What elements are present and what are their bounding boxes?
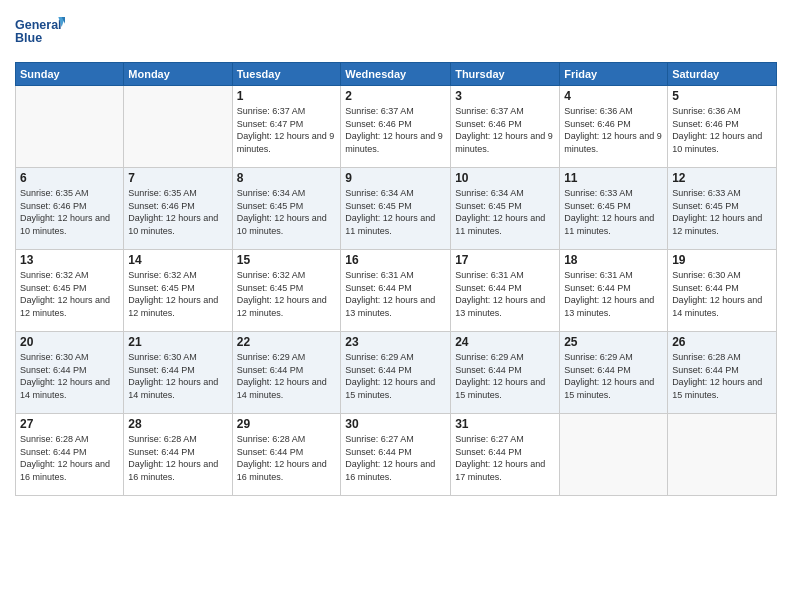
day-info: Sunrise: 6:35 AM Sunset: 6:46 PM Dayligh… bbox=[20, 187, 119, 237]
weekday-header-monday: Monday bbox=[124, 63, 232, 86]
day-number: 7 bbox=[128, 171, 227, 185]
day-number: 9 bbox=[345, 171, 446, 185]
calendar-cell bbox=[16, 86, 124, 168]
day-number: 25 bbox=[564, 335, 663, 349]
svg-text:General: General bbox=[15, 18, 62, 32]
calendar-cell: 21Sunrise: 6:30 AM Sunset: 6:44 PM Dayli… bbox=[124, 332, 232, 414]
day-info: Sunrise: 6:31 AM Sunset: 6:44 PM Dayligh… bbox=[564, 269, 663, 319]
day-number: 14 bbox=[128, 253, 227, 267]
day-info: Sunrise: 6:27 AM Sunset: 6:44 PM Dayligh… bbox=[345, 433, 446, 483]
calendar-cell: 29Sunrise: 6:28 AM Sunset: 6:44 PM Dayli… bbox=[232, 414, 341, 496]
day-number: 17 bbox=[455, 253, 555, 267]
calendar-cell: 27Sunrise: 6:28 AM Sunset: 6:44 PM Dayli… bbox=[16, 414, 124, 496]
day-number: 22 bbox=[237, 335, 337, 349]
weekday-header-thursday: Thursday bbox=[451, 63, 560, 86]
day-info: Sunrise: 6:30 AM Sunset: 6:44 PM Dayligh… bbox=[672, 269, 772, 319]
calendar-cell: 31Sunrise: 6:27 AM Sunset: 6:44 PM Dayli… bbox=[451, 414, 560, 496]
svg-text:Blue: Blue bbox=[15, 31, 42, 45]
day-info: Sunrise: 6:32 AM Sunset: 6:45 PM Dayligh… bbox=[237, 269, 337, 319]
calendar-cell: 14Sunrise: 6:32 AM Sunset: 6:45 PM Dayli… bbox=[124, 250, 232, 332]
calendar-cell: 5Sunrise: 6:36 AM Sunset: 6:46 PM Daylig… bbox=[668, 86, 777, 168]
day-number: 20 bbox=[20, 335, 119, 349]
day-number: 26 bbox=[672, 335, 772, 349]
calendar-cell: 2Sunrise: 6:37 AM Sunset: 6:46 PM Daylig… bbox=[341, 86, 451, 168]
calendar-cell: 16Sunrise: 6:31 AM Sunset: 6:44 PM Dayli… bbox=[341, 250, 451, 332]
day-info: Sunrise: 6:31 AM Sunset: 6:44 PM Dayligh… bbox=[455, 269, 555, 319]
day-info: Sunrise: 6:34 AM Sunset: 6:45 PM Dayligh… bbox=[237, 187, 337, 237]
weekday-header-row: SundayMondayTuesdayWednesdayThursdayFrid… bbox=[16, 63, 777, 86]
calendar-cell: 10Sunrise: 6:34 AM Sunset: 6:45 PM Dayli… bbox=[451, 168, 560, 250]
calendar-cell: 26Sunrise: 6:28 AM Sunset: 6:44 PM Dayli… bbox=[668, 332, 777, 414]
day-number: 1 bbox=[237, 89, 337, 103]
day-info: Sunrise: 6:37 AM Sunset: 6:46 PM Dayligh… bbox=[345, 105, 446, 155]
calendar-cell: 20Sunrise: 6:30 AM Sunset: 6:44 PM Dayli… bbox=[16, 332, 124, 414]
day-number: 28 bbox=[128, 417, 227, 431]
day-info: Sunrise: 6:32 AM Sunset: 6:45 PM Dayligh… bbox=[128, 269, 227, 319]
calendar-cell: 18Sunrise: 6:31 AM Sunset: 6:44 PM Dayli… bbox=[560, 250, 668, 332]
day-info: Sunrise: 6:36 AM Sunset: 6:46 PM Dayligh… bbox=[564, 105, 663, 155]
calendar-cell: 24Sunrise: 6:29 AM Sunset: 6:44 PM Dayli… bbox=[451, 332, 560, 414]
day-info: Sunrise: 6:34 AM Sunset: 6:45 PM Dayligh… bbox=[345, 187, 446, 237]
day-number: 10 bbox=[455, 171, 555, 185]
day-number: 13 bbox=[20, 253, 119, 267]
calendar-cell: 7Sunrise: 6:35 AM Sunset: 6:46 PM Daylig… bbox=[124, 168, 232, 250]
day-number: 15 bbox=[237, 253, 337, 267]
calendar-week-row: 20Sunrise: 6:30 AM Sunset: 6:44 PM Dayli… bbox=[16, 332, 777, 414]
page: General Blue SundayMondayTuesdayWednesda… bbox=[0, 0, 792, 612]
calendar-table: SundayMondayTuesdayWednesdayThursdayFrid… bbox=[15, 62, 777, 496]
calendar-cell: 22Sunrise: 6:29 AM Sunset: 6:44 PM Dayli… bbox=[232, 332, 341, 414]
weekday-header-tuesday: Tuesday bbox=[232, 63, 341, 86]
day-number: 3 bbox=[455, 89, 555, 103]
calendar-cell: 19Sunrise: 6:30 AM Sunset: 6:44 PM Dayli… bbox=[668, 250, 777, 332]
day-info: Sunrise: 6:28 AM Sunset: 6:44 PM Dayligh… bbox=[20, 433, 119, 483]
calendar-cell: 3Sunrise: 6:37 AM Sunset: 6:46 PM Daylig… bbox=[451, 86, 560, 168]
day-info: Sunrise: 6:34 AM Sunset: 6:45 PM Dayligh… bbox=[455, 187, 555, 237]
calendar-week-row: 6Sunrise: 6:35 AM Sunset: 6:46 PM Daylig… bbox=[16, 168, 777, 250]
day-number: 5 bbox=[672, 89, 772, 103]
day-info: Sunrise: 6:37 AM Sunset: 6:46 PM Dayligh… bbox=[455, 105, 555, 155]
calendar-cell: 6Sunrise: 6:35 AM Sunset: 6:46 PM Daylig… bbox=[16, 168, 124, 250]
calendar-week-row: 27Sunrise: 6:28 AM Sunset: 6:44 PM Dayli… bbox=[16, 414, 777, 496]
calendar-cell: 11Sunrise: 6:33 AM Sunset: 6:45 PM Dayli… bbox=[560, 168, 668, 250]
day-number: 31 bbox=[455, 417, 555, 431]
day-info: Sunrise: 6:29 AM Sunset: 6:44 PM Dayligh… bbox=[345, 351, 446, 401]
calendar-cell bbox=[124, 86, 232, 168]
day-number: 19 bbox=[672, 253, 772, 267]
calendar-cell: 25Sunrise: 6:29 AM Sunset: 6:44 PM Dayli… bbox=[560, 332, 668, 414]
day-info: Sunrise: 6:35 AM Sunset: 6:46 PM Dayligh… bbox=[128, 187, 227, 237]
calendar-cell: 1Sunrise: 6:37 AM Sunset: 6:47 PM Daylig… bbox=[232, 86, 341, 168]
logo: General Blue bbox=[15, 10, 65, 54]
calendar-cell bbox=[560, 414, 668, 496]
day-number: 24 bbox=[455, 335, 555, 349]
day-info: Sunrise: 6:32 AM Sunset: 6:45 PM Dayligh… bbox=[20, 269, 119, 319]
day-info: Sunrise: 6:30 AM Sunset: 6:44 PM Dayligh… bbox=[20, 351, 119, 401]
day-info: Sunrise: 6:27 AM Sunset: 6:44 PM Dayligh… bbox=[455, 433, 555, 483]
calendar-cell: 8Sunrise: 6:34 AM Sunset: 6:45 PM Daylig… bbox=[232, 168, 341, 250]
day-info: Sunrise: 6:36 AM Sunset: 6:46 PM Dayligh… bbox=[672, 105, 772, 155]
day-info: Sunrise: 6:28 AM Sunset: 6:44 PM Dayligh… bbox=[672, 351, 772, 401]
day-info: Sunrise: 6:28 AM Sunset: 6:44 PM Dayligh… bbox=[237, 433, 337, 483]
calendar-cell: 12Sunrise: 6:33 AM Sunset: 6:45 PM Dayli… bbox=[668, 168, 777, 250]
header: General Blue bbox=[15, 10, 777, 54]
day-number: 30 bbox=[345, 417, 446, 431]
day-info: Sunrise: 6:29 AM Sunset: 6:44 PM Dayligh… bbox=[455, 351, 555, 401]
calendar-cell: 23Sunrise: 6:29 AM Sunset: 6:44 PM Dayli… bbox=[341, 332, 451, 414]
day-number: 29 bbox=[237, 417, 337, 431]
calendar-week-row: 1Sunrise: 6:37 AM Sunset: 6:47 PM Daylig… bbox=[16, 86, 777, 168]
day-number: 27 bbox=[20, 417, 119, 431]
calendar-cell: 13Sunrise: 6:32 AM Sunset: 6:45 PM Dayli… bbox=[16, 250, 124, 332]
calendar-cell: 4Sunrise: 6:36 AM Sunset: 6:46 PM Daylig… bbox=[560, 86, 668, 168]
weekday-header-friday: Friday bbox=[560, 63, 668, 86]
calendar-cell: 9Sunrise: 6:34 AM Sunset: 6:45 PM Daylig… bbox=[341, 168, 451, 250]
day-info: Sunrise: 6:29 AM Sunset: 6:44 PM Dayligh… bbox=[564, 351, 663, 401]
day-number: 18 bbox=[564, 253, 663, 267]
calendar-cell bbox=[668, 414, 777, 496]
weekday-header-wednesday: Wednesday bbox=[341, 63, 451, 86]
day-info: Sunrise: 6:29 AM Sunset: 6:44 PM Dayligh… bbox=[237, 351, 337, 401]
calendar-cell: 28Sunrise: 6:28 AM Sunset: 6:44 PM Dayli… bbox=[124, 414, 232, 496]
calendar-week-row: 13Sunrise: 6:32 AM Sunset: 6:45 PM Dayli… bbox=[16, 250, 777, 332]
day-number: 2 bbox=[345, 89, 446, 103]
day-number: 16 bbox=[345, 253, 446, 267]
day-number: 23 bbox=[345, 335, 446, 349]
day-number: 4 bbox=[564, 89, 663, 103]
